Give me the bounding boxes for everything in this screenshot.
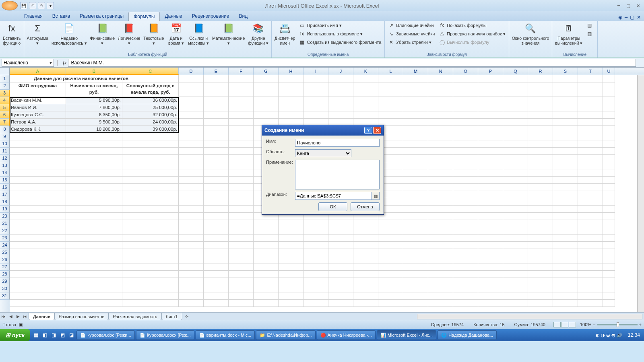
cell[interactable] [578,300,603,307]
zoom-slider[interactable] [597,324,638,325]
cell[interactable] [428,119,453,126]
cell[interactable] [478,271,503,278]
cell[interactable] [66,148,122,155]
cell[interactable] [478,198,503,206]
cell[interactable] [279,242,303,249]
cell[interactable] [403,155,428,162]
start-button[interactable]: ⊞пуск [0,329,30,341]
cell[interactable] [528,263,553,271]
cell[interactable] [66,220,122,227]
cell[interactable]: 25 000,00р. [122,104,179,111]
cell[interactable] [122,227,179,234]
cell[interactable] [179,256,204,263]
cell[interactable] [403,278,428,285]
cell[interactable] [428,104,453,111]
cell[interactable] [503,133,528,140]
ribbon-button[interactable]: ⚠Проверка наличия ошибок ▾ [437,30,507,38]
cell[interactable] [453,148,478,155]
cell[interactable] [378,97,403,104]
cell[interactable] [66,155,122,162]
cell[interactable] [66,256,122,263]
cell[interactable] [403,75,428,82]
restore-window-icon[interactable]: ▢ [630,14,634,20]
zoom-in-icon[interactable]: + [639,322,642,327]
cell[interactable] [328,292,353,300]
row-header[interactable]: 13 [0,162,10,169]
name-box-dropdown-icon[interactable]: ▾ [50,60,52,66]
cell[interactable] [229,177,254,184]
cell[interactable] [478,148,503,155]
cell[interactable] [328,227,353,234]
cell[interactable] [229,234,254,242]
cell[interactable] [10,227,66,234]
cell[interactable] [179,234,204,242]
cell[interactable] [229,263,254,271]
cell[interactable] [279,75,303,82]
cell[interactable] [553,206,578,213]
sheet-next-icon[interactable]: ▶ [14,314,22,319]
cell[interactable] [553,213,578,220]
cell[interactable] [403,206,428,213]
cell[interactable] [528,292,553,300]
cell[interactable] [204,278,229,285]
cell[interactable] [10,300,66,307]
cell[interactable] [603,292,615,300]
cell[interactable] [328,242,353,249]
cell[interactable] [428,155,453,162]
ribbon-button[interactable]: 📚Другиефункции ▾ [247,21,270,46]
cell[interactable] [66,206,122,213]
ribbon-button[interactable]: ▭Присвоить имя ▾ [297,21,383,29]
cell[interactable]: 5 890,00р. [66,97,122,104]
cell[interactable] [478,133,503,140]
cell[interactable] [453,234,478,242]
ribbon-button[interactable]: ◯Вычислить формулу [437,38,507,46]
ribbon-button[interactable]: ΣАвтосумма▾ [26,21,50,46]
taskbar-button[interactable]: 📊Microsoft Excel - Лис... [377,330,436,340]
cell[interactable] [528,119,553,126]
cell[interactable] [478,278,503,285]
cell[interactable] [179,263,204,271]
ribbon-tab-формулы[interactable]: Формулы [128,12,160,21]
cell[interactable] [204,148,229,155]
cell[interactable] [179,198,204,206]
cell[interactable] [179,227,204,234]
cell[interactable] [66,285,122,292]
cell[interactable] [303,300,328,307]
cell[interactable] [503,271,528,278]
cell[interactable] [428,206,453,213]
cell[interactable] [122,148,179,155]
cell[interactable] [179,119,204,126]
taskbar-button[interactable]: 📄варианты.docx - Mic... [196,330,255,340]
cell[interactable] [578,278,603,285]
row-header[interactable]: 19 [0,206,10,213]
cell[interactable]: Петров А.А. [10,119,66,126]
cell[interactable] [279,234,303,242]
cell[interactable] [553,82,578,97]
row-header[interactable]: 15 [0,177,10,184]
dialog-name-input[interactable] [295,139,380,147]
cell[interactable] [503,206,528,213]
row-header[interactable]: 14 [0,169,10,177]
cell[interactable] [229,162,254,169]
cell[interactable] [353,220,378,227]
cell[interactable] [328,220,353,227]
cell[interactable]: 36 000,00р. [122,97,179,104]
cell[interactable] [528,104,553,111]
cell[interactable] [478,162,503,169]
ribbon-button[interactable]: 📕Логические▾ [117,21,141,46]
cell[interactable] [279,278,303,285]
cell[interactable] [204,206,229,213]
cell[interactable]: ФИО сотрудника [10,82,66,97]
cell[interactable] [66,263,122,271]
cell[interactable] [403,169,428,177]
cell[interactable] [403,126,428,133]
cell[interactable] [122,75,179,82]
cell[interactable] [403,104,428,111]
cell[interactable] [453,119,478,126]
row-header[interactable]: 9 [0,133,10,140]
cell[interactable] [603,206,615,213]
cell[interactable] [10,256,66,263]
cell[interactable] [453,191,478,198]
cell[interactable] [403,119,428,126]
dialog-titlebar[interactable]: Создание имени ? ✕ [262,125,384,136]
